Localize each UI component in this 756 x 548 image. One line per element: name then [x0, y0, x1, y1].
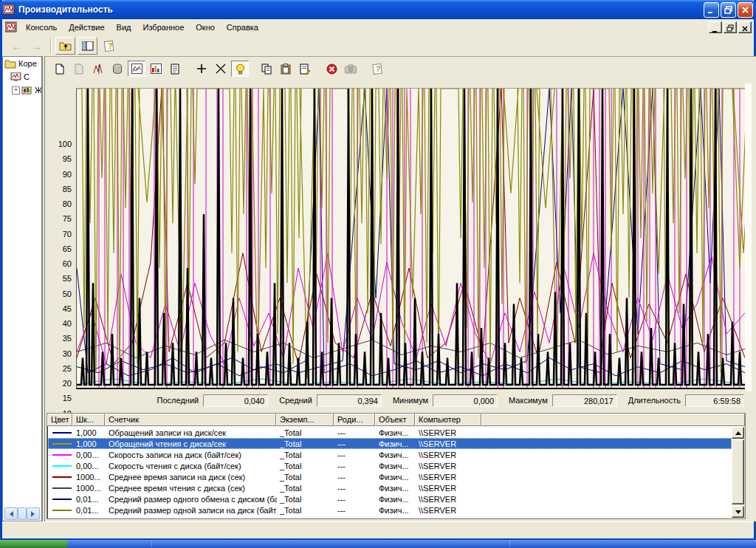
- start-button[interactable]: [0, 540, 68, 548]
- menu-item-4[interactable]: Избранное: [137, 21, 190, 34]
- tree-item-3[interactable]: +Ж: [3, 83, 41, 97]
- counter-row-6[interactable]: 1000...Среднее время чтения с диска (сек…: [48, 482, 732, 493]
- tree-scroll-thumb[interactable]: [18, 507, 27, 520]
- title-bar: Производительность: [0, 0, 756, 19]
- y-tick-label: 20: [47, 379, 72, 388]
- help-icon[interactable]: ?: [100, 37, 120, 55]
- counter-color-swatch: [52, 476, 72, 478]
- instance-cell: _Total: [277, 495, 334, 504]
- log-data-icon[interactable]: [109, 61, 126, 77]
- instance-cell: _Total: [277, 451, 334, 459]
- close-button[interactable]: [738, 2, 753, 18]
- tree-item-1[interactable]: Коре: [3, 57, 41, 70]
- copy-properties-icon[interactable]: [258, 61, 275, 77]
- duration-label: Длительность: [628, 396, 681, 405]
- console-tree-toggle-icon[interactable]: [78, 37, 97, 55]
- taskbar[interactable]: [0, 540, 756, 548]
- object-cell: Физич...: [376, 428, 416, 437]
- counter-row-1[interactable]: 1,000Обращений записи на диск/сек_Total-…: [48, 427, 732, 438]
- console-icon: [5, 21, 17, 33]
- freeze-display-icon[interactable]: [323, 61, 340, 77]
- legend-column-1[interactable]: Цвет: [47, 414, 72, 426]
- counter-cell: Обращений чтения с диска/сек: [106, 439, 277, 448]
- counter-color-swatch: [52, 499, 72, 500]
- counter-row-8[interactable]: 0,01...Средний размер одной записи на ди…: [48, 504, 732, 516]
- view-graph-icon[interactable]: [128, 61, 145, 77]
- legend-scroll-thumb[interactable]: [732, 439, 744, 504]
- y-tick-label: 95: [47, 154, 72, 163]
- tree-item-label: С: [24, 72, 30, 81]
- update-data-icon[interactable]: [342, 61, 360, 77]
- new-counter-set-icon[interactable]: [51, 61, 69, 77]
- view-report-icon[interactable]: [166, 61, 184, 77]
- scroll-right-icon[interactable]: [27, 507, 40, 520]
- tree-item-label: Ж: [35, 86, 42, 95]
- instance-cell: _Total: [277, 439, 334, 448]
- minimum-label: Минимум: [393, 396, 428, 405]
- menu-item-3[interactable]: Вид: [111, 21, 137, 34]
- mdi-minimize-button[interactable]: [709, 21, 722, 33]
- object-cell: Физич...: [376, 439, 416, 448]
- scroll-down-icon[interactable]: [732, 506, 744, 518]
- menu-item-6[interactable]: Справка: [221, 21, 264, 34]
- scroll-up-icon[interactable]: [732, 427, 744, 439]
- help-icon[interactable]: ?: [368, 61, 386, 77]
- maximum-label: Максимум: [509, 396, 548, 405]
- tree-horizontal-scrollbar[interactable]: [4, 507, 41, 520]
- legend-column-3[interactable]: Счетчик: [105, 414, 276, 426]
- object-cell: Физич...: [376, 451, 416, 459]
- nav-toolbar: ← → ?: [2, 35, 754, 56]
- mdi-restore-button[interactable]: [724, 21, 737, 33]
- minimize-button[interactable]: [704, 2, 719, 18]
- tree-item-2[interactable]: С: [3, 70, 41, 83]
- counter-row-3[interactable]: 0,00...Скорость записи на диск (байт/сек…: [48, 449, 732, 460]
- taskbar-separator: [151, 541, 152, 547]
- forward-icon[interactable]: →: [27, 40, 47, 52]
- delete-counter-icon[interactable]: [212, 61, 230, 77]
- counter-row-2[interactable]: 1,000Обращений чтения с диска/сек_Total-…: [48, 438, 732, 449]
- taskbar-separator: [509, 541, 510, 547]
- computer-cell: \\SERVER: [416, 484, 482, 493]
- folder-icon: [4, 59, 16, 69]
- plot-right-margin: [745, 83, 752, 391]
- legend-column-2[interactable]: Шк...: [72, 414, 105, 426]
- view-histogram-icon[interactable]: [147, 61, 165, 77]
- restore-button[interactable]: [721, 2, 736, 18]
- current-activity-icon[interactable]: [89, 61, 107, 77]
- computer-cell: \\SERVER: [416, 428, 482, 437]
- menu-item-2[interactable]: Действие: [63, 21, 110, 34]
- scale-cell: 1,000: [73, 439, 106, 448]
- parent-cell: ---: [334, 428, 376, 437]
- scale-cell: 1,000: [73, 428, 106, 437]
- scroll-left-icon[interactable]: [4, 507, 18, 520]
- legend-column-4[interactable]: Экземп...: [276, 414, 334, 426]
- logs-icon: [21, 86, 32, 95]
- menu-item-1[interactable]: Консоль: [20, 21, 63, 34]
- tree-item-label: Коре: [18, 59, 37, 68]
- sysmon-icon: [10, 72, 21, 82]
- legend-column-7[interactable]: Компьютер: [415, 414, 481, 426]
- up-folder-icon[interactable]: [55, 37, 75, 55]
- system-monitor-pane: ? 10095908580757065605550454035302520151…: [45, 56, 756, 521]
- average-label: Средний: [279, 396, 312, 405]
- legend-column-5[interactable]: Роди...: [334, 414, 375, 426]
- legend-vertical-scrollbar[interactable]: [732, 427, 744, 518]
- menu-items: КонсольДействиеВидИзбранноеОкноСправка: [20, 21, 264, 34]
- highlight-icon[interactable]: [231, 61, 249, 77]
- counter-row-5[interactable]: 1000...Среднее время записи на диск (сек…: [48, 471, 732, 482]
- menu-item-5[interactable]: Окно: [190, 21, 221, 34]
- legend-column-6[interactable]: Объект: [375, 414, 415, 426]
- desktop: Производительность КонсольДействиеВидИзб…: [0, 0, 756, 548]
- expand-plus-icon[interactable]: +: [12, 86, 20, 95]
- clear-display-icon[interactable]: [70, 61, 88, 77]
- counter-color-swatch: [52, 432, 72, 434]
- y-tick-label: 45: [47, 304, 72, 313]
- counter-row-4[interactable]: 0,00...Скорость чтения с диска (байт/сек…: [48, 460, 732, 471]
- mdi-close-button[interactable]: [738, 21, 752, 33]
- properties-icon[interactable]: [296, 61, 314, 77]
- counter-row-7[interactable]: 0,01...Средний размер одного обмена с ди…: [48, 493, 732, 504]
- back-icon[interactable]: ←: [7, 40, 27, 52]
- color-cell: [48, 454, 73, 456]
- paste-counter-icon[interactable]: [277, 61, 295, 77]
- add-counters-icon[interactable]: [193, 61, 210, 77]
